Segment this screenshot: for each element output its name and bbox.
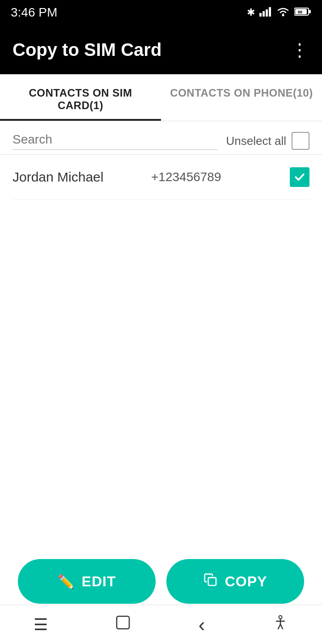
copy-button[interactable]: COPY xyxy=(166,559,304,604)
svg-rect-0 xyxy=(259,13,262,17)
battery-icon: 88 xyxy=(294,7,311,18)
signal-icon xyxy=(259,6,272,20)
svg-text:88: 88 xyxy=(298,10,302,14)
svg-point-11 xyxy=(279,616,282,619)
bottom-nav: ☰ ‹ xyxy=(0,605,322,644)
back-nav-icon[interactable]: ‹ xyxy=(199,615,205,635)
menu-nav-icon[interactable]: ☰ xyxy=(34,615,48,634)
search-input[interactable] xyxy=(13,132,217,147)
svg-rect-9 xyxy=(208,577,216,585)
copy-label: COPY xyxy=(225,573,267,590)
unselect-all-wrap: Unselect all xyxy=(226,132,309,150)
search-row: Unselect all xyxy=(0,121,322,155)
bottom-actions: ✏️ EDIT COPY xyxy=(0,559,322,604)
contact-list: Jordan Michael +123456789 xyxy=(0,155,322,200)
svg-rect-6 xyxy=(309,10,311,13)
unselect-all-label: Unselect all xyxy=(226,134,286,148)
tab-sim-contacts[interactable]: CONTACTS ON SIM CARD(1) xyxy=(0,74,161,121)
more-menu-button[interactable]: ⋮ xyxy=(291,39,309,60)
wifi-icon xyxy=(276,6,290,20)
app-bar: Copy to SIM Card ⋮ xyxy=(0,25,322,74)
svg-point-4 xyxy=(282,14,284,16)
svg-rect-3 xyxy=(269,7,271,17)
copy-icon xyxy=(203,573,218,590)
svg-line-15 xyxy=(280,624,283,629)
svg-line-14 xyxy=(278,624,280,629)
contact-name: Jordan Michael xyxy=(13,169,144,185)
svg-rect-10 xyxy=(117,616,129,629)
contact-checkbox[interactable] xyxy=(290,167,309,187)
search-input-wrap xyxy=(13,132,217,150)
svg-rect-2 xyxy=(266,9,268,17)
status-bar: 3:46 PM ✱ xyxy=(0,0,322,25)
tab-phone-contacts[interactable]: CONTACTS ON PHONE(10) xyxy=(161,74,322,121)
tab-bar: CONTACTS ON SIM CARD(1) CONTACTS ON PHON… xyxy=(0,74,322,121)
edit-button[interactable]: ✏️ EDIT xyxy=(18,559,156,604)
accessibility-nav-icon[interactable] xyxy=(272,614,288,635)
home-nav-icon[interactable] xyxy=(115,614,131,635)
edit-label: EDIT xyxy=(82,573,116,590)
svg-rect-1 xyxy=(263,11,265,17)
edit-icon: ✏️ xyxy=(58,574,75,589)
status-icons: ✱ 88 xyxy=(247,6,311,20)
contact-phone: +123456789 xyxy=(151,170,283,184)
bluetooth-icon: ✱ xyxy=(247,7,255,18)
unselect-all-checkbox[interactable] xyxy=(292,132,309,150)
app-title: Copy to SIM Card xyxy=(13,40,161,60)
table-row: Jordan Michael +123456789 xyxy=(13,155,309,200)
status-time: 3:46 PM xyxy=(11,5,57,20)
